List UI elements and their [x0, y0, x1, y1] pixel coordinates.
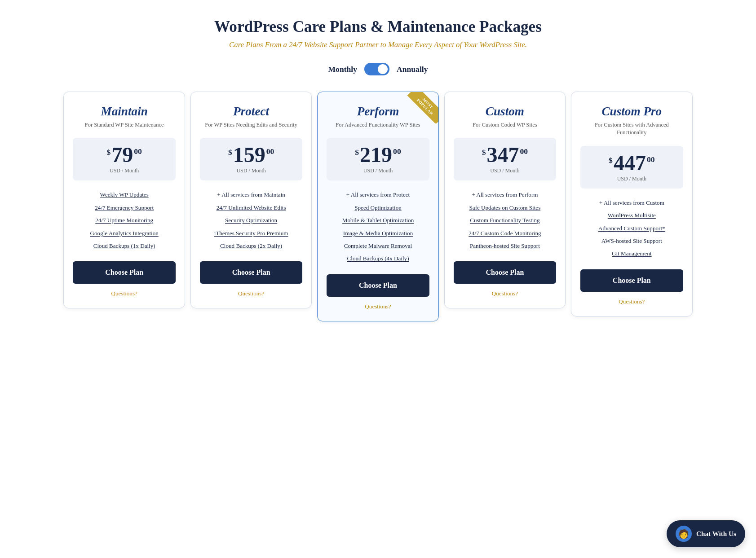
features-list: + All services from Perform Safe Updates…: [454, 189, 556, 252]
plan-name: Custom: [454, 105, 556, 119]
plan-name: Custom Pro: [580, 105, 683, 119]
plan-header: Custom For Custom Coded WP Sites: [454, 105, 556, 136]
chat-avatar: 🧑: [676, 526, 692, 542]
price-block: $ 347 00 USD / Month: [454, 138, 556, 180]
price-main: $ 447 00: [585, 152, 678, 174]
features-list: Weekly WP Updates 24/7 Emergency Support…: [73, 189, 175, 252]
feature-item: iThemes Security Pro Premium: [200, 227, 302, 240]
feature-item: WordPress Multisite: [580, 209, 683, 222]
feature-item: Advanced Custom Support*: [580, 222, 683, 235]
feature-item: Security Optimization: [200, 214, 302, 227]
feature-item: 24/7 Unlimited Website Edits: [200, 202, 302, 214]
price-cents: 00: [266, 147, 274, 156]
feature-item: + All services from Custom: [580, 197, 683, 209]
feature-item: 24/7 Emergency Support: [73, 202, 175, 214]
plan-desc: For Custom Coded WP Sites: [454, 121, 556, 129]
feature-item: Mobile & Tablet Optimization: [327, 214, 429, 227]
features-list: + All services from Maintain 24/7 Unlimi…: [200, 189, 302, 252]
most-popular-badge: MOST POPULAR: [407, 92, 438, 123]
plan-card-custom-pro: Custom Pro For Custom Sites with Advance…: [571, 92, 692, 316]
price-cents: 00: [647, 155, 655, 164]
billing-toggle-section: Monthly Annually: [9, 63, 747, 75]
feature-item: 24/7 Uptime Monitoring: [73, 214, 175, 227]
plan-card-protect: Protect For WP Sites Needing Edits and S…: [190, 92, 312, 308]
plan-header: Protect For WP Sites Needing Edits and S…: [200, 105, 302, 136]
plan-desc: For Standard WP Site Maintenance: [73, 121, 175, 129]
feature-item: Image & Media Optimization: [327, 227, 429, 240]
plan-desc: For Custom Sites with Advanced Functiona…: [580, 121, 683, 137]
plan-header: Custom Pro For Custom Sites with Advance…: [580, 105, 683, 144]
price-block: $ 159 00 USD / Month: [200, 138, 302, 180]
price-cents: 00: [134, 147, 142, 156]
price-cents: 00: [393, 147, 401, 156]
price-dollar: $: [482, 148, 486, 157]
price-period: USD / Month: [585, 176, 678, 182]
plan-card-maintain: Maintain For Standard WP Site Maintenanc…: [63, 92, 185, 308]
feature-item: Safe Updates on Custom Sites: [454, 202, 556, 214]
feature-item: Cloud Backups (1x Daily): [73, 240, 175, 252]
page-subtitle: Care Plans From a 24/7 Website Support P…: [9, 40, 747, 49]
price-cents: 00: [520, 147, 528, 156]
feature-item: Weekly WP Updates: [73, 189, 175, 201]
plan-desc: For WP Sites Needing Edits and Security: [200, 121, 302, 129]
price-dollar: $: [609, 156, 613, 165]
plan-card-perform: MOST POPULAR Perform For Advanced Functi…: [317, 92, 438, 321]
choose-plan-button[interactable]: Choose Plan: [580, 269, 683, 292]
choose-plan-button[interactable]: Choose Plan: [200, 261, 302, 284]
plan-name: Protect: [200, 105, 302, 119]
questions-link[interactable]: Questions?: [73, 290, 175, 297]
price-block: $ 79 00 USD / Month: [73, 138, 175, 180]
choose-plan-button[interactable]: Choose Plan: [73, 261, 175, 284]
price-period: USD / Month: [77, 167, 171, 174]
feature-item: Custom Functionality Testing: [454, 214, 556, 227]
questions-link[interactable]: Questions?: [327, 303, 429, 310]
feature-item: 24/7 Custom Code Monitoring: [454, 227, 556, 240]
price-main: $ 347 00: [458, 144, 552, 166]
plan-header: Maintain For Standard WP Site Maintenanc…: [73, 105, 175, 136]
choose-plan-button[interactable]: Choose Plan: [454, 261, 556, 284]
plan-card-custom: Custom For Custom Coded WP Sites $ 347 0…: [444, 92, 566, 308]
price-period: USD / Month: [204, 167, 298, 174]
feature-item: Complete Malware Removal: [327, 240, 429, 252]
feature-item: Git Management: [580, 247, 683, 260]
price-block: $ 447 00 USD / Month: [580, 146, 683, 189]
price-dollar: $: [355, 148, 359, 157]
price-main: $ 219 00: [331, 144, 424, 166]
feature-item: + All services from Maintain: [200, 189, 302, 201]
price-amount: 159: [233, 144, 265, 166]
features-list: + All services from Custom WordPress Mul…: [580, 197, 683, 260]
feature-item: AWS-hosted Site Support: [580, 235, 683, 247]
monthly-label: Monthly: [328, 65, 358, 74]
price-dollar: $: [106, 148, 111, 157]
price-amount: 79: [111, 144, 133, 166]
questions-link[interactable]: Questions?: [454, 290, 556, 297]
plans-container: Maintain For Standard WP Site Maintenanc…: [64, 92, 693, 321]
price-period: USD / Month: [458, 167, 552, 174]
price-dollar: $: [228, 148, 232, 157]
price-amount: 347: [487, 144, 519, 166]
choose-plan-button[interactable]: Choose Plan: [327, 274, 429, 297]
price-amount: 447: [614, 152, 646, 174]
feature-item: Cloud Backups (2x Daily): [200, 240, 302, 252]
price-main: $ 159 00: [204, 144, 298, 166]
annually-label: Annually: [397, 65, 428, 74]
price-amount: 219: [360, 144, 392, 166]
plan-name: Maintain: [73, 105, 175, 119]
questions-link[interactable]: Questions?: [200, 290, 302, 297]
page-header: WordPress Care Plans & Maintenance Packa…: [9, 18, 747, 49]
badge-ribbon-label: MOST POPULAR: [407, 92, 438, 123]
price-main: $ 79 00: [77, 144, 171, 166]
page-title: WordPress Care Plans & Maintenance Packa…: [9, 18, 747, 36]
chat-widget[interactable]: 🧑 Chat With Us: [667, 520, 745, 547]
feature-item: + All services from Perform: [454, 189, 556, 201]
billing-toggle[interactable]: [364, 63, 389, 75]
feature-item: Pantheon-hosted Site Support: [454, 240, 556, 252]
feature-item: Google Analytics Integration: [73, 227, 175, 240]
feature-item: Speed Optimization: [327, 202, 429, 214]
price-period: USD / Month: [331, 167, 424, 174]
chat-label: Chat With Us: [696, 530, 736, 538]
questions-link[interactable]: Questions?: [580, 298, 683, 305]
price-block: $ 219 00 USD / Month: [327, 138, 429, 180]
feature-item: + All services from Protect: [327, 189, 429, 201]
feature-item: Cloud Backups (4x Daily): [327, 252, 429, 265]
